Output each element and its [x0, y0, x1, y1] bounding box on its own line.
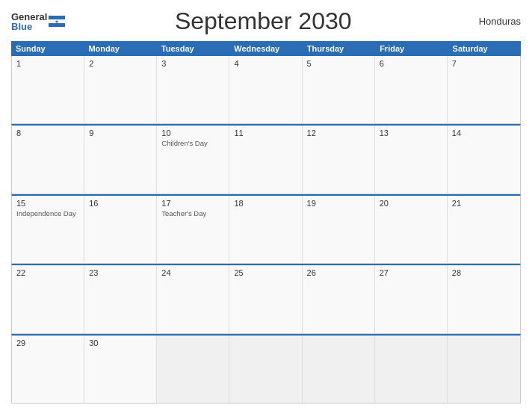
day-29: 29: [12, 336, 84, 403]
calendar-week-2: 8 9 10 Children's Day 11 12 13 14: [11, 124, 521, 194]
day-23: 23: [84, 265, 157, 333]
day-22: 22: [12, 265, 84, 333]
independence-day-event: Independence Day: [16, 209, 79, 218]
day-19: 19: [303, 196, 375, 263]
day-18: 18: [229, 196, 302, 263]
dow-wednesday: Wednesday: [229, 41, 302, 56]
day-3: 3: [157, 56, 229, 123]
dow-saturday: Saturday: [448, 41, 521, 56]
day-empty-5: [448, 336, 520, 403]
dow-friday: Friday: [375, 41, 448, 56]
childrens-day-event: Children's Day: [161, 139, 224, 148]
day-24: 24: [157, 265, 229, 333]
day-5: 5: [303, 56, 375, 123]
logo-blue-text: Blue: [11, 22, 32, 31]
day-17: 17 Teacher's Day: [157, 196, 229, 263]
dow-tuesday: Tuesday: [157, 41, 229, 56]
day-21: 21: [448, 196, 520, 263]
page-header: General Blue September 2030 Honduras: [11, 7, 521, 35]
calendar-week-3: 15 Independence Day 16 17 Teacher's Day …: [11, 194, 521, 264]
day-4: 4: [229, 56, 302, 123]
calendar-header: Sunday Monday Tuesday Wednesday Thursday…: [11, 41, 521, 56]
calendar-week-1: 1 2 3 4 5 6 7: [11, 56, 521, 124]
svg-rect-0: [49, 16, 65, 19]
day-13: 13: [375, 126, 448, 193]
dow-sunday: Sunday: [11, 41, 84, 56]
day-8: 8: [12, 126, 84, 193]
month-title: September 2030: [65, 7, 461, 35]
calendar-week-5: 29 30: [11, 334, 521, 404]
day-1: 1: [12, 56, 84, 123]
logo-flag-icon: [49, 16, 65, 27]
day-10: 10 Children's Day: [157, 126, 229, 193]
day-20: 20: [375, 196, 448, 263]
day-15: 15 Independence Day: [12, 196, 84, 263]
day-14: 14: [448, 126, 520, 193]
day-11: 11: [229, 126, 302, 193]
day-28: 28: [448, 265, 520, 333]
logo: General Blue: [11, 12, 65, 31]
svg-rect-2: [49, 23, 65, 27]
calendar-page: General Blue September 2030 Honduras Sun…: [0, 0, 532, 411]
calendar-body: 1 2 3 4 5 6 7 8 9 10 Children's Day 11 1…: [11, 56, 521, 404]
calendar: Sunday Monday Tuesday Wednesday Thursday…: [11, 41, 521, 404]
dow-monday: Monday: [84, 41, 156, 56]
day-7: 7: [448, 56, 520, 123]
day-12: 12: [303, 126, 375, 193]
day-empty-3: [303, 336, 375, 403]
day-25: 25: [229, 265, 302, 333]
day-27: 27: [375, 265, 448, 333]
day-empty-1: [157, 336, 229, 403]
teachers-day-event: Teacher's Day: [161, 209, 224, 218]
day-2: 2: [84, 56, 157, 123]
day-6: 6: [375, 56, 448, 123]
day-30: 30: [84, 336, 157, 403]
logo-general-text: General: [11, 12, 47, 22]
country-label: Honduras: [461, 16, 521, 27]
day-16: 16: [84, 196, 157, 263]
day-empty-2: [229, 336, 302, 403]
day-9: 9: [84, 126, 157, 193]
dow-thursday: Thursday: [303, 41, 375, 56]
day-26: 26: [303, 265, 375, 333]
calendar-week-4: 22 23 24 25 26 27 28: [11, 264, 521, 333]
day-empty-4: [375, 336, 448, 403]
